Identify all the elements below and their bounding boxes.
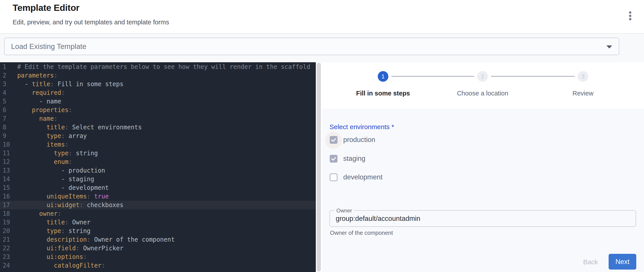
editor-line: 12 enum:	[0, 158, 316, 166]
editor-line: 3 - title: Fill in some steps	[0, 80, 316, 88]
editor-line: 10 items:	[0, 140, 316, 149]
page-header: Template Editor Edit, preview, and try o…	[0, 0, 644, 33]
line-number: 5	[3, 97, 6, 106]
code-text: type: string	[17, 149, 98, 158]
editor-line-current: 17 ui:widget: checkboxes	[0, 201, 316, 209]
editor-line: 5 - name	[0, 97, 316, 106]
step-connector-line	[491, 76, 574, 77]
checkbox-row-development: development	[322, 169, 644, 186]
kebab-dot-icon	[629, 18, 632, 20]
code-text: - staging	[17, 175, 94, 183]
page-title: Template Editor	[12, 3, 80, 13]
code-text: type: array	[17, 131, 87, 140]
checkbox-checked-staging[interactable]	[330, 155, 338, 163]
line-number: 9	[3, 131, 6, 140]
code-text: - production	[17, 166, 105, 175]
code-text: items:	[17, 140, 68, 149]
editor-line: 20 type: string	[0, 227, 316, 235]
editor-line: 7 name:	[0, 114, 316, 123]
code-text: title: Select environments	[17, 123, 142, 131]
code-editor[interactable]: 1# Edit the template parameters below to…	[0, 62, 316, 272]
back-button[interactable]: Back	[577, 256, 604, 268]
step-circle-3: 3	[578, 71, 588, 82]
code-text: ui:field: OwnerPicker	[17, 244, 124, 252]
editor-line: 4 required:	[0, 88, 316, 97]
line-number: 21	[3, 235, 10, 244]
select-environments-label: Select environments *	[330, 123, 394, 131]
line-number: 15	[3, 183, 10, 192]
template-editor-page: Template Editor Edit, preview, and try o…	[0, 0, 644, 272]
line-number: 17	[3, 201, 10, 209]
editor-line: 11 type: string	[0, 149, 316, 158]
line-number: 14	[3, 175, 10, 183]
line-number: 2	[3, 71, 6, 80]
line-number: 11	[3, 149, 10, 158]
required-asterisk: *	[392, 123, 394, 130]
editor-line: 9 type: array	[0, 131, 316, 140]
step-label: Review	[539, 90, 627, 97]
editor-line: 24 catalogFilter:	[0, 261, 316, 270]
editor-line: 22 ui:field: OwnerPicker	[0, 244, 316, 252]
step-label: Fill in some steps	[339, 90, 427, 97]
load-existing-template-select[interactable]: Load Existing Template	[4, 38, 619, 55]
line-number: 4	[3, 88, 6, 97]
checkbox-label[interactable]: development	[343, 169, 382, 186]
line-number: 19	[3, 218, 10, 227]
checkbox-unchecked-development[interactable]	[330, 173, 338, 181]
line-number: 7	[3, 114, 6, 123]
code-text: ui:options:	[17, 252, 87, 261]
next-button[interactable]: Next	[608, 254, 636, 269]
owner-field[interactable]: Owner group:default/accountadmin	[330, 210, 636, 227]
code-text: description: Owner of the component	[17, 235, 175, 244]
step-connector-line	[392, 76, 474, 77]
dropdown-caret-icon	[606, 45, 612, 49]
code-text: properties:	[17, 106, 72, 114]
line-number: 18	[3, 209, 10, 218]
code-text: name:	[17, 114, 58, 123]
line-number: 3	[3, 80, 6, 88]
kebab-dot-icon	[629, 11, 632, 14]
code-text: # Edit the template parameters below to …	[17, 62, 310, 71]
step-circle-1: 1	[378, 71, 388, 82]
more-options-button[interactable]	[624, 9, 636, 23]
main-split: 1# Edit the template parameters below to…	[0, 62, 644, 272]
line-number: 16	[3, 192, 10, 201]
code-text: ui:widget: checkboxes	[17, 201, 124, 209]
code-text: enum:	[17, 158, 72, 166]
code-text: title: Owner	[17, 218, 90, 227]
code-text: owner:	[17, 209, 61, 218]
line-number: 1	[3, 62, 6, 71]
step-label: Choose a location	[438, 90, 527, 97]
editor-line: 16 uniqueItems: true	[0, 192, 316, 201]
editor-line: 6 properties:	[0, 106, 316, 114]
select-environments-text: Select environments	[330, 123, 390, 130]
stepper: 1Fill in some steps2Choose a location3Re…	[322, 62, 644, 108]
code-text: required:	[17, 88, 65, 97]
line-number: 22	[3, 244, 10, 252]
code-text: - name	[17, 97, 61, 106]
line-number: 12	[3, 158, 10, 166]
line-number: 24	[3, 261, 10, 270]
step-circle-2: 2	[477, 71, 488, 82]
owner-helper-text: Owner of the component	[330, 229, 393, 236]
checkbox-row-staging: staging	[322, 150, 644, 167]
checkbox-row-production: production	[322, 131, 644, 148]
code-text: type: string	[17, 227, 90, 235]
line-number: 23	[3, 252, 10, 261]
checkbox-checked-production[interactable]	[330, 136, 338, 144]
code-text: - title: Fill in some steps	[17, 80, 124, 88]
panel-resize-handle[interactable]	[317, 63, 321, 271]
line-number: 13	[3, 166, 10, 175]
template-form: Select environments * productionstagingd…	[322, 108, 644, 272]
checkbox-label[interactable]: production	[343, 131, 375, 148]
editor-line: 13 - production	[0, 166, 316, 175]
code-text: catalogFilter:	[17, 261, 105, 270]
editor-line: 18 owner:	[0, 209, 316, 218]
line-number: 8	[3, 123, 6, 131]
checkbox-label[interactable]: staging	[343, 150, 365, 167]
owner-field-value: group:default/accountadmin	[336, 211, 420, 226]
editor-line: 2parameters:	[0, 71, 316, 80]
load-existing-template-placeholder: Load Existing Template	[11, 42, 86, 51]
editor-line: 1# Edit the template parameters below to…	[0, 62, 316, 71]
page-subtitle: Edit, preview, and try out templates and…	[12, 19, 169, 26]
